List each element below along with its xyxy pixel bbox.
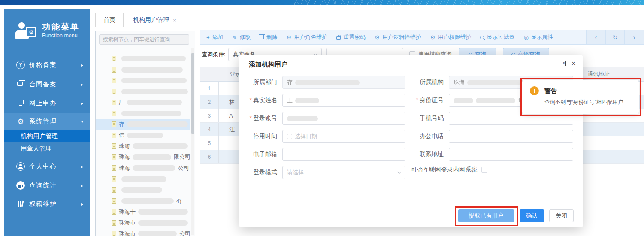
tree-node[interactable]: 珠海	[96, 141, 190, 152]
sidebar-item-online-application[interactable]: 网上申办 ▸	[4, 94, 90, 112]
redacted-text	[295, 98, 319, 103]
button-label: 删除	[266, 33, 278, 41]
field-label: 所属机构	[420, 79, 444, 85]
tree-node[interactable]	[96, 86, 190, 97]
tree-node[interactable]	[96, 75, 190, 86]
button-label: 显示属性	[531, 33, 553, 41]
tree-scrollbar[interactable]	[191, 48, 194, 235]
scrollbar-thumb[interactable]	[191, 53, 194, 134]
tree-node[interactable]: 信	[96, 130, 190, 141]
minimize-icon[interactable]: —	[550, 60, 555, 67]
tree-node[interactable]	[96, 174, 190, 185]
gear-icon: ⚙	[16, 117, 25, 126]
sidebar-item-price-filing[interactable]: ¥ 价格备案 ▸	[4, 56, 90, 73]
sidebar-item-system-management[interactable]: ⚙ 系统管理 ▾	[4, 113, 90, 130]
chevron-left-icon: ‹	[595, 34, 597, 41]
show-filter-button[interactable]: 显示过滤器	[480, 33, 514, 41]
user-logic-building-maintenance-button[interactable]: ⚙ 用户逻辑幢维护	[375, 33, 421, 41]
edit-button[interactable]: ✎ 修改	[233, 33, 251, 41]
department-field[interactable]: 存	[282, 76, 405, 89]
tree-node[interactable]: 珠海市	[96, 218, 190, 229]
tree-node-label: 珠海	[119, 164, 130, 172]
document-icon	[112, 89, 116, 94]
tree-node[interactable]: 珠海十	[96, 206, 190, 218]
tree-node[interactable]: 珠海 限公司	[96, 152, 190, 163]
required-mark: *	[250, 115, 252, 121]
login-account-field[interactable]	[282, 112, 405, 125]
internet-login-checkbox[interactable]	[481, 167, 487, 173]
redacted-text	[138, 220, 188, 226]
tree-node[interactable]	[96, 185, 190, 196]
sidebar-item-label: 机构用户管理	[21, 132, 58, 140]
button-label: 重置密码	[343, 33, 366, 41]
add-button[interactable]: + 添加	[206, 33, 224, 41]
close-button[interactable]: 关闭	[549, 209, 574, 222]
tab-home[interactable]: 首页	[95, 13, 124, 27]
next-page-button[interactable]: ›	[624, 30, 644, 44]
tree-node[interactable]: 厂	[96, 97, 190, 108]
email-field[interactable]	[282, 148, 405, 161]
monitor-icon	[16, 99, 25, 107]
sidebar-item-cadastre-maintenance[interactable]: 权籍维护 ▸	[4, 195, 90, 212]
row-index: 5	[200, 136, 219, 150]
tree-node-label: 公司	[179, 230, 190, 236]
tree-node[interactable]	[96, 53, 190, 64]
button-label: 用户角色维护	[294, 33, 327, 41]
tab-close-icon[interactable]: ×	[173, 17, 176, 24]
refresh-button[interactable]: ↻	[605, 30, 625, 44]
calendar-icon	[287, 134, 292, 139]
reset-password-button[interactable]: 重置密码	[336, 33, 366, 41]
office-phone-field[interactable]	[449, 130, 573, 143]
tab-label: 机构用户管理	[133, 16, 169, 24]
tab-label: 首页	[103, 16, 115, 24]
redacted-text	[121, 56, 186, 61]
contact-address-field[interactable]	[449, 148, 573, 161]
tree-node-label: 存	[119, 121, 124, 128]
sidebar-item-query-statistics[interactable]: 查询统计 ▸	[4, 177, 90, 194]
redacted-text	[138, 209, 188, 215]
chevron-right-icon: ▸	[81, 183, 83, 188]
row-index: 1	[200, 82, 219, 95]
tree-search-input[interactable]	[99, 34, 189, 45]
sidebar-item-label: 权籍维护	[29, 200, 57, 208]
redacted-text: 存	[287, 79, 293, 86]
delete-button[interactable]: 删除	[260, 33, 278, 41]
document-icon	[112, 56, 116, 61]
sidebar-item-contract-filing[interactable]: 合同备案 ▸	[4, 76, 90, 93]
login-mode-select[interactable]: 请选择	[282, 166, 405, 179]
tab-org-user-management[interactable]: 机构用户管理 ×	[124, 13, 185, 27]
tree-node[interactable]: 4)	[96, 196, 190, 207]
tree-node[interactable]: 珠海市 公司	[96, 228, 190, 236]
user-permission-maintenance-button[interactable]: ⚙ 用户权限维护	[430, 33, 472, 41]
real-name-field[interactable]: 王	[282, 94, 405, 107]
tree-node[interactable]: 珠海 公司	[96, 163, 190, 174]
sidebar-item-org-user-management[interactable]: 机构用户管理	[4, 130, 90, 142]
refresh-icon: ↻	[613, 34, 618, 41]
stop-date-field[interactable]: 选择日期	[282, 130, 405, 143]
show-properties-button[interactable]: ◎ 显示属性	[523, 33, 553, 41]
internet-login-label: 可否互联网登录内网系统	[411, 166, 477, 174]
tree-node-selected[interactable]: 存	[96, 119, 190, 130]
close-icon[interactable]: ×	[571, 61, 576, 66]
tree-node-label: 信	[119, 131, 124, 139]
maximize-icon[interactable]: ↗	[561, 61, 566, 66]
search-icon	[480, 36, 484, 39]
sidebar-item-seal-user-management[interactable]: 用章人管理	[4, 142, 90, 155]
confirm-button[interactable]: 确认	[520, 209, 544, 222]
document-icon	[112, 176, 116, 182]
document-icon	[112, 121, 116, 127]
prev-page-button[interactable]: ‹	[587, 30, 605, 44]
sidebar-item-personal-center[interactable]: 个人中心 ▸	[4, 158, 90, 175]
tree-node[interactable]	[96, 108, 190, 119]
tree-node-label: 珠海	[119, 142, 130, 150]
redacted-text	[133, 143, 188, 149]
sidebar-item-label: 价格备案	[29, 61, 57, 69]
books-icon	[16, 200, 25, 208]
user-role-maintenance-button[interactable]: ⚙ 用户角色维护	[287, 33, 328, 41]
tree-node[interactable]	[96, 64, 190, 76]
document-icon	[112, 100, 116, 105]
sidebar: ⚙ 功能菜单 Function menu ¥ 价格备案 ▸ 合同备案 ▸ 网上申…	[4, 9, 90, 236]
function-menu-logo-icon: ⚙	[15, 22, 37, 41]
chevron-right-icon: ›	[633, 34, 635, 41]
chevron-right-icon: ▸	[81, 82, 83, 87]
